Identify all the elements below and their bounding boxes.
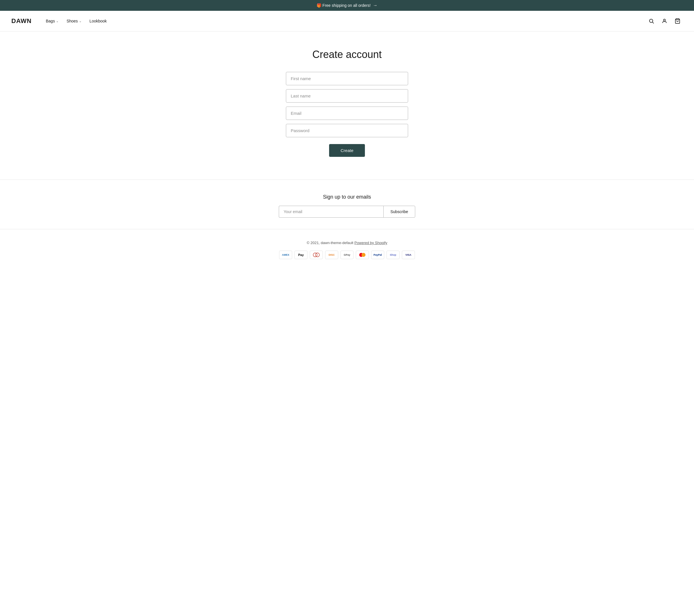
search-button[interactable] (646, 16, 657, 26)
copyright-year: © 2021, dawn-theme-default (307, 241, 353, 245)
diners-icon (313, 253, 320, 257)
main-nav: Bags ⌄ Shoes ⌄ Lookbook (43, 17, 646, 25)
svg-point-2 (663, 19, 665, 21)
newsletter-title: Sign up to our emails (323, 194, 371, 200)
nav-item-lookbook[interactable]: Lookbook (87, 17, 110, 25)
payment-paypal: PayPal (371, 250, 384, 259)
nav-bags-label: Bags (46, 19, 55, 23)
announcement-text: 🎁 Free shipping on all orders! (316, 3, 371, 8)
mastercard-circles (359, 253, 365, 257)
powered-by-shopify[interactable]: Powered by Shopify (354, 241, 387, 245)
cart-icon (675, 18, 680, 24)
password-input[interactable] (286, 124, 408, 137)
announcement-bar: 🎁 Free shipping on all orders! → (0, 0, 694, 11)
page-title: Create account (312, 49, 382, 60)
newsletter-form: Subscribe (279, 206, 415, 218)
subscribe-button[interactable]: Subscribe (383, 206, 415, 218)
account-icon (662, 18, 667, 24)
announcement-arrow: → (373, 3, 378, 8)
nav-item-bags[interactable]: Bags ⌄ (43, 17, 61, 25)
footer-bottom: © 2021, dawn-theme-default Powered by Sh… (0, 229, 694, 270)
svg-point-0 (650, 19, 653, 22)
payment-discover: DISC (325, 250, 338, 259)
nav-item-shoes[interactable]: Shoes ⌄ (63, 17, 85, 25)
newsletter-section: Sign up to our emails Subscribe (0, 180, 694, 229)
payment-gpay: GPay (341, 250, 353, 259)
bags-chevron-icon: ⌄ (56, 19, 58, 23)
payment-amex: AMEX (279, 250, 292, 259)
header-actions (646, 16, 683, 26)
payment-shop-pay: Shop (386, 250, 400, 259)
payment-apple-pay: Pay (294, 250, 308, 259)
first-name-input[interactable] (286, 72, 408, 85)
search-icon (649, 18, 654, 24)
payment-visa: VISA (402, 250, 415, 259)
payment-mastercard (356, 250, 369, 259)
svg-point-4 (313, 253, 317, 257)
account-button[interactable] (659, 16, 670, 26)
create-button[interactable]: Create (329, 144, 365, 157)
payment-diners (310, 250, 323, 259)
cart-button[interactable] (672, 16, 683, 26)
header: DAWN Bags ⌄ Shoes ⌄ Lookbook (0, 11, 694, 32)
payment-icons: AMEX Pay DISC GPay PayPal Shop VISA (279, 250, 415, 259)
nav-lookbook-label: Lookbook (90, 19, 107, 23)
register-form: Create (286, 72, 408, 157)
email-input[interactable] (286, 107, 408, 120)
newsletter-email-input[interactable] (279, 206, 383, 218)
copyright-text: © 2021, dawn-theme-default Powered by Sh… (307, 241, 387, 245)
svg-point-5 (315, 253, 319, 257)
last-name-input[interactable] (286, 89, 408, 102)
logo[interactable]: DAWN (11, 17, 32, 25)
shoes-chevron-icon: ⌄ (79, 19, 81, 23)
nav-shoes-label: Shoes (67, 19, 78, 23)
mc-right-circle (362, 253, 365, 257)
svg-line-1 (653, 22, 654, 23)
main-content: Create account Create (0, 32, 694, 180)
